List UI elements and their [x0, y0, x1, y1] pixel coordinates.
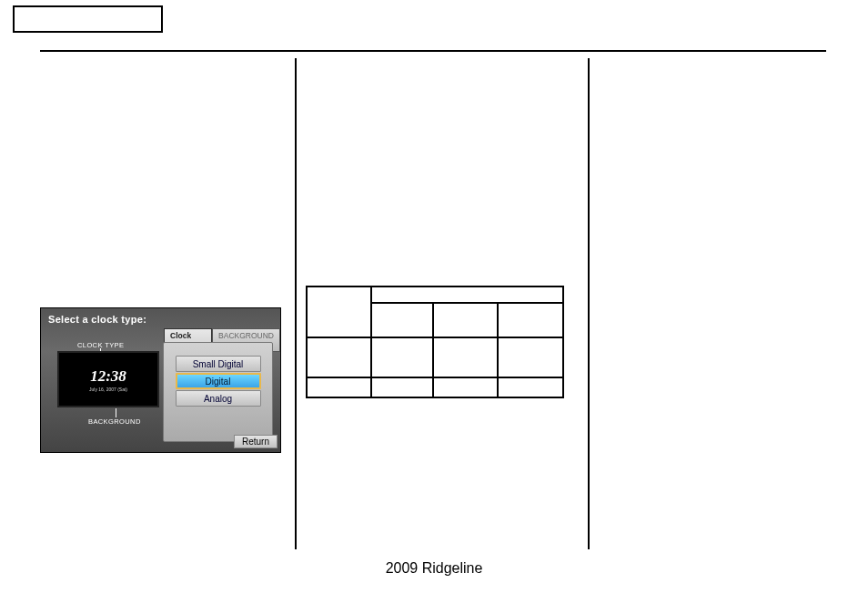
- option-digital[interactable]: Digital: [176, 373, 261, 389]
- option-small-digital[interactable]: Small Digital: [176, 356, 261, 372]
- background-label: BACKGROUND: [88, 417, 141, 426]
- preview-time: 12:38: [90, 367, 126, 386]
- clock-options-panel: Small Digital Digital Analog: [163, 342, 273, 442]
- table-cell: [371, 377, 433, 397]
- clock-type-screenshot: Select a clock type: CLOCK TYPE 12:38 Ju…: [40, 307, 281, 453]
- table-cell: [307, 377, 371, 397]
- column-3: [599, 58, 826, 549]
- table-head-left: [307, 286, 371, 337]
- table-subhead-3: [498, 303, 563, 337]
- column-1: Select a clock type: CLOCK TYPE 12:38 Ju…: [40, 58, 288, 549]
- clock-preview: 12:38 July 16, 2007 (Sat): [57, 351, 159, 407]
- leader-line-2: [116, 408, 116, 417]
- spec-table: [306, 286, 564, 398]
- table-cell: [498, 377, 563, 397]
- header-box: [13, 5, 163, 33]
- preview-date: July 16, 2007 (Sat): [89, 387, 127, 392]
- page-footer: 2009 Ridgeline: [0, 560, 868, 577]
- table-cell: [307, 337, 371, 377]
- table-subhead-1: [371, 303, 433, 337]
- screenshot-panel: Select a clock type: CLOCK TYPE 12:38 Ju…: [40, 307, 281, 453]
- main-columns: Select a clock type: CLOCK TYPE 12:38 Ju…: [40, 58, 826, 549]
- table-cell: [433, 337, 498, 377]
- table-cell: [498, 337, 563, 377]
- table-cell: [371, 337, 433, 377]
- option-analog[interactable]: Analog: [176, 390, 261, 407]
- column-divider-2: [588, 58, 590, 549]
- top-rule: [40, 50, 826, 52]
- column-divider-1: [295, 58, 297, 549]
- return-button[interactable]: Return: [234, 435, 278, 448]
- column-2: [306, 58, 584, 549]
- table-head-span: [371, 286, 563, 303]
- screenshot-title: Select a clock type:: [48, 314, 146, 325]
- table-cell: [433, 377, 498, 397]
- table-subhead-2: [433, 303, 498, 337]
